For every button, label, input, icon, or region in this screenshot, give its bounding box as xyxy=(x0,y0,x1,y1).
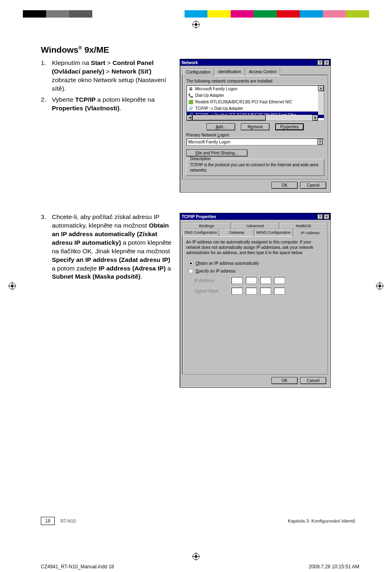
close-button[interactable]: × xyxy=(324,60,330,65)
page-footer: 18 RT-N10 Kapitola 3: Konfigurování klie… xyxy=(41,517,355,525)
registration-mark-icon xyxy=(376,282,384,290)
titlebar[interactable]: TCP/IP Properties ? × xyxy=(180,213,330,220)
radio-icon xyxy=(189,269,193,273)
ip-address-row: IP Address: . . . xyxy=(194,277,324,284)
step-number: 1. xyxy=(41,59,46,93)
group-legend: Description xyxy=(189,156,212,161)
file-print-sharing-button[interactable]: File and Print Sharing... xyxy=(186,150,247,156)
tab-identification[interactable]: Identification xyxy=(214,68,245,76)
registration-mark-icon xyxy=(192,552,200,561)
registered-mark: ® xyxy=(78,45,82,51)
ip-octet-input[interactable] xyxy=(260,287,271,295)
add-button[interactable]: Add... xyxy=(207,123,235,130)
close-button[interactable]: × xyxy=(324,214,330,219)
cancel-button[interactable]: Cancel xyxy=(300,182,326,189)
tab-ip-address[interactable]: IP Address xyxy=(293,229,327,237)
cancel-button[interactable]: Cancel xyxy=(300,377,326,384)
scrollbar-vertical[interactable]: ▲ xyxy=(318,85,324,115)
chapter-title: Kapitola 3: Konfigurování klientů xyxy=(288,518,355,523)
page-content: Windows® 9x/ME 1. Klepnutím na Start > C… xyxy=(41,45,355,533)
instructions-left: 1. Klepnutím na Start > Control Panel (O… xyxy=(41,59,172,192)
ok-button[interactable]: OK xyxy=(272,377,298,384)
ip-octet-input[interactable] xyxy=(260,277,271,284)
heading-text: Windows xyxy=(41,45,78,54)
heading-text: 9x/ME xyxy=(82,45,109,54)
source-file: CZ4941_RT-N10_Manual.indd 18 xyxy=(41,564,114,570)
ip-octet-input[interactable] xyxy=(274,287,285,295)
help-button[interactable]: ? xyxy=(317,60,323,65)
titlebar[interactable]: Network ? × xyxy=(180,59,330,66)
step-2: 2. Vyberte TCP/IP a potom klepněte na Pr… xyxy=(41,96,172,113)
tab-dns[interactable]: DNS Configuration xyxy=(183,229,219,236)
ip-octet-input[interactable] xyxy=(274,277,285,284)
list-item[interactable]: 🔗TCP/IP -> Dial-Up Adapter xyxy=(187,105,324,112)
radio-obtain-auto[interactable]: Obtain an IP address automatically xyxy=(189,261,324,266)
print-metadata: CZ4941_RT-N10_Manual.indd 18 2009.7.28 1… xyxy=(41,564,359,570)
step-text: Chcete-li, aby počítač získal adresu IP … xyxy=(52,213,172,281)
scrollbar-horizontal[interactable]: ◀ ▶ xyxy=(187,115,318,121)
scroll-up-icon[interactable]: ▲ xyxy=(318,85,324,91)
ip-address-label: IP Address: xyxy=(194,278,227,283)
list-item[interactable]: 🖥Microsoft Family Logon xyxy=(187,85,324,92)
page-number: 18 xyxy=(41,517,55,525)
chevron-down-icon[interactable]: ▼ xyxy=(317,139,323,145)
tab-gateway[interactable]: Gateway xyxy=(219,229,254,236)
ip-octet-input[interactable] xyxy=(231,277,243,284)
dialup-icon: 📞 xyxy=(188,92,194,98)
tab-strip: Configuration Identification Access Cont… xyxy=(183,68,328,76)
subnet-mask-label: Subnet Mask: xyxy=(194,289,227,293)
svg-point-7 xyxy=(11,285,13,287)
dialog-title: TCP/IP Properties xyxy=(182,214,216,219)
svg-point-3 xyxy=(195,23,197,26)
step-1: 1. Klepnutím na Start > Control Panel (O… xyxy=(41,59,172,93)
components-listbox[interactable]: 🖥Microsoft Family Logon 📞Dial-Up Adapter… xyxy=(186,85,324,121)
ip-octet-input[interactable] xyxy=(245,277,257,284)
ok-button[interactable]: OK xyxy=(272,182,298,189)
step-row-2: 3. Chcete-li, aby počítač získal adresu … xyxy=(41,213,355,388)
description-text: TCP/IP is the protocol you use to connec… xyxy=(190,163,321,173)
tab-netbios[interactable]: NetBIOS xyxy=(279,222,327,229)
tab-strip: Bindings Advanced NetBIOS DNS Configurat… xyxy=(183,222,328,236)
radio-icon xyxy=(189,261,193,266)
step-number: 2. xyxy=(41,96,46,113)
list-item[interactable]: 🟩Realtek RTL8139(A/B/C/8130) PCI Fast Et… xyxy=(187,98,324,105)
tab-configuration[interactable]: Configuration xyxy=(183,69,214,76)
tab-wins[interactable]: WINS Configuration xyxy=(254,229,293,236)
instructions-left: 3. Chcete-li, aby počítač získal adresu … xyxy=(41,213,172,388)
logon-icon: 🖥 xyxy=(188,86,194,92)
tab-bindings[interactable]: Bindings xyxy=(183,222,231,229)
dropdown-value: Microsoft Family Logon xyxy=(188,140,230,144)
primary-logon-label: Primary Network Logon: xyxy=(186,133,324,137)
properties-button[interactable]: Properties xyxy=(275,123,304,130)
svg-point-11 xyxy=(379,285,381,287)
dialog-title: Network xyxy=(182,60,198,65)
registration-mark-icon xyxy=(192,20,200,29)
step-number: 3. xyxy=(41,213,46,281)
remove-button[interactable]: Remove xyxy=(241,123,270,130)
tab-panel: The following network components are ins… xyxy=(183,75,328,179)
nic-icon: 🟩 xyxy=(188,99,194,105)
tab-advanced[interactable]: Advanced xyxy=(231,222,279,229)
network-dialog: Network ? × Configuration Identification… xyxy=(180,59,331,192)
list-item[interactable]: 📞Dial-Up Adapter xyxy=(187,92,324,98)
registration-mark-icon xyxy=(8,282,16,290)
scroll-left-icon[interactable]: ◀ xyxy=(187,115,192,121)
intro-text: An IP address can be automatically assig… xyxy=(186,239,324,255)
description-group: Description TCP/IP is the protocol you u… xyxy=(186,159,324,176)
step-3: 3. Chcete-li, aby počítač získal adresu … xyxy=(41,213,172,281)
scroll-thumb[interactable] xyxy=(192,115,266,121)
components-label: The following network components are ins… xyxy=(186,79,324,83)
step-text: Klepnutím na Start > Control Panel (Ovlá… xyxy=(52,59,172,93)
product-name: RT-N10 xyxy=(60,518,76,523)
scroll-right-icon[interactable]: ▶ xyxy=(312,115,318,121)
step-text: Vyberte TCP/IP a potom klepněte na Prope… xyxy=(52,96,172,113)
print-timestamp: 2009.7.28 10:15:51 AM xyxy=(309,564,359,570)
section-heading: Windows® 9x/ME xyxy=(41,45,355,55)
help-button[interactable]: ? xyxy=(317,214,323,219)
ip-octet-input[interactable] xyxy=(245,287,257,295)
tab-access-control[interactable]: Access Control xyxy=(245,68,280,76)
radio-specify[interactable]: Specify an IP address: xyxy=(189,269,324,273)
primary-logon-dropdown[interactable]: Microsoft Family Logon ▼ xyxy=(186,138,324,145)
ip-octet-input[interactable] xyxy=(231,287,243,295)
print-color-bar xyxy=(0,10,392,18)
